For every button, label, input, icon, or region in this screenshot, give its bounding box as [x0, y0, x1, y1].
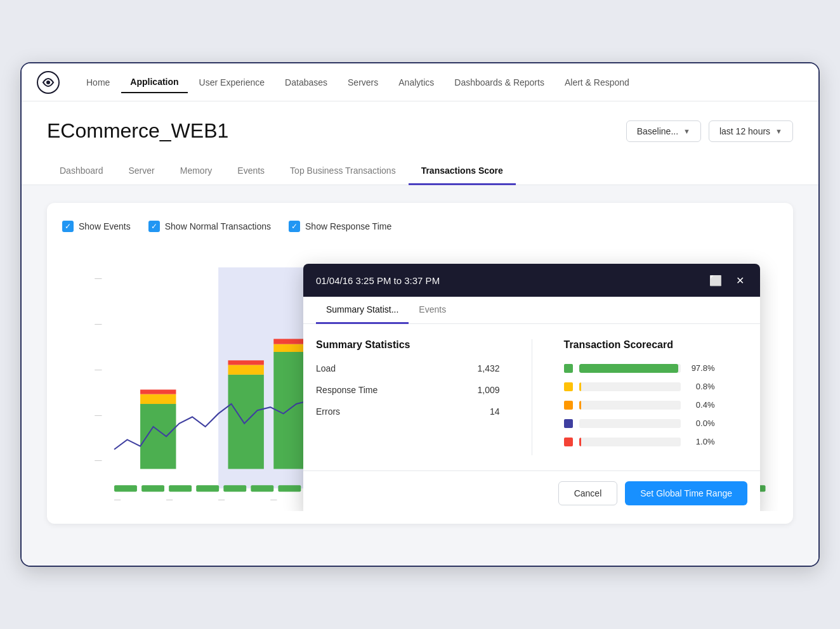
svg-point-1: [46, 81, 50, 84]
svg-text:—: —: [270, 496, 277, 503]
chart-area: — — — — — — — — — — — — — — — —: [62, 245, 778, 511]
nav-dashboards[interactable]: Dashboards & Reports: [445, 72, 553, 93]
scorecard-bar-wrap: [579, 419, 681, 428]
svg-rect-49: [251, 485, 273, 491]
scorecard-color-dot: [564, 419, 573, 428]
set-global-time-range-button[interactable]: Set Global Time Range: [625, 481, 747, 505]
svg-text:—: —: [95, 320, 102, 327]
show-events-checkbox[interactable]: ✓ Show Events: [62, 221, 131, 232]
stat-load-label: Load: [316, 363, 336, 373]
summary-stats-section: Summary Statistics Load 1,432 Response T…: [316, 339, 500, 455]
scorecard-bar-fill: [579, 364, 678, 373]
svg-text:—: —: [95, 456, 102, 464]
cancel-button[interactable]: Cancel: [558, 481, 618, 505]
nav-application[interactable]: Application: [121, 72, 187, 93]
chevron-down-icon: ▼: [775, 127, 782, 135]
svg-rect-25: [228, 360, 263, 365]
stat-response-value: 1,009: [477, 385, 499, 395]
svg-text:—: —: [95, 411, 102, 418]
svg-text:—: —: [95, 274, 102, 282]
checkbox-row: ✓ Show Events ✓ Show Normal Transactions…: [62, 221, 778, 232]
stat-row-errors: Errors 14: [316, 406, 500, 417]
close-icon[interactable]: ✕: [732, 273, 747, 288]
scorecard-color-dot: [564, 364, 573, 373]
scorecard-color-dot: [564, 438, 573, 446]
scorecard-percent: 0.8%: [687, 382, 715, 391]
header-controls: Baseline... ▼ last 12 hours ▼: [626, 120, 793, 142]
tab-transactions-score[interactable]: Transactions Score: [409, 158, 516, 185]
popup: 01/04/16 3:25 PM to 3:37 PM ⬜ ✕ Summary …: [303, 264, 760, 511]
scorecard-bar-fill: [579, 438, 581, 446]
scorecard-bar-wrap: [579, 364, 681, 373]
chevron-down-icon: ▼: [683, 127, 690, 135]
chart-card: ✓ Show Events ✓ Show Normal Transactions…: [47, 203, 793, 524]
svg-rect-45: [141, 485, 164, 491]
show-response-time-checkbox[interactable]: ✓ Show Response Time: [289, 221, 391, 232]
svg-rect-24: [228, 365, 263, 374]
scorecard-row: 0.8%: [564, 382, 748, 391]
svg-rect-21: [140, 394, 176, 404]
svg-rect-20: [140, 404, 176, 469]
nav-alert[interactable]: Alert & Respond: [556, 72, 638, 93]
tab-events[interactable]: Events: [225, 158, 277, 185]
scorecard-row: 0.0%: [564, 418, 748, 428]
scorecard-bar-wrap: [579, 382, 681, 391]
popup-header-icons: ⬜ ✕: [708, 273, 747, 288]
logo-icon: [37, 71, 60, 94]
tab-top-business-transactions[interactable]: Top Business Transactions: [277, 158, 409, 185]
scorecard-bar-fill: [579, 401, 581, 410]
scorecard-rows: 97.8%0.8%0.4%0.0%1.0%: [564, 363, 748, 446]
svg-rect-48: [223, 485, 246, 491]
maximize-icon[interactable]: ⬜: [708, 273, 723, 288]
scorecard-bar-fill: [579, 382, 581, 391]
scorecard-title: Transaction Scorecard: [564, 339, 748, 351]
popup-tab-events[interactable]: Events: [409, 297, 456, 324]
page-title: ECommerce_WEB1: [47, 119, 228, 143]
svg-rect-47: [196, 485, 219, 491]
scorecard-percent: 97.8%: [687, 363, 715, 373]
nav-home[interactable]: Home: [77, 72, 119, 93]
top-nav: Home Application User Experience Databas…: [22, 63, 818, 101]
tabs-row: Dashboard Server Memory Events Top Busin…: [47, 158, 793, 185]
nav-user-experience[interactable]: User Experience: [190, 72, 274, 93]
tab-memory[interactable]: Memory: [167, 158, 225, 185]
popup-header: 01/04/16 3:25 PM to 3:37 PM ⬜ ✕: [303, 264, 760, 297]
scorecard-percent: 0.4%: [687, 400, 715, 410]
main-content: ✓ Show Events ✓ Show Normal Transactions…: [22, 185, 818, 566]
stat-row-response-time: Response Time 1,009: [316, 385, 500, 395]
timerange-dropdown[interactable]: last 12 hours ▼: [709, 120, 793, 142]
stat-load-value: 1,432: [477, 363, 499, 373]
nav-items: Home Application User Experience Databas…: [77, 72, 803, 93]
nav-servers[interactable]: Servers: [339, 72, 387, 93]
popup-tab-summary[interactable]: Summary Statist...: [316, 297, 409, 324]
nav-analytics[interactable]: Analytics: [390, 72, 443, 93]
scorecard-color-dot: [564, 382, 573, 391]
app-container: Home Application User Experience Databas…: [20, 62, 820, 567]
tab-server[interactable]: Server: [116, 158, 167, 185]
popup-body: Summary Statistics Load 1,432 Response T…: [303, 324, 760, 470]
svg-text:—: —: [166, 496, 173, 503]
scorecard-bar-wrap: [579, 401, 681, 410]
tab-dashboard[interactable]: Dashboard: [47, 158, 116, 185]
vertical-divider: [532, 339, 532, 455]
scorecard-color-dot: [564, 401, 573, 410]
svg-rect-46: [169, 485, 192, 491]
scorecard-bar-wrap: [579, 438, 681, 446]
summary-stats-title: Summary Statistics: [316, 339, 500, 351]
page-header: ECommerce_WEB1 Baseline... ▼ last 12 hou…: [22, 101, 818, 185]
page-header-top: ECommerce_WEB1 Baseline... ▼ last 12 hou…: [47, 119, 793, 143]
popup-tabs: Summary Statist... Events: [303, 297, 760, 324]
checkbox-checked-icon: ✓: [62, 221, 74, 232]
scorecard-section: Transaction Scorecard 97.8%0.8%0.4%0.0%1…: [564, 339, 748, 455]
scorecard-row: 1.0%: [564, 437, 748, 446]
nav-databases[interactable]: Databases: [276, 72, 336, 93]
stat-errors-value: 14: [490, 406, 500, 417]
baseline-dropdown[interactable]: Baseline... ▼: [626, 120, 701, 142]
stat-row-load: Load 1,432: [316, 363, 500, 373]
show-normal-transactions-checkbox[interactable]: ✓ Show Normal Transactions: [148, 221, 271, 232]
scorecard-row: 97.8%: [564, 363, 748, 373]
svg-rect-22: [140, 389, 176, 394]
checkbox-checked-icon: ✓: [148, 221, 160, 232]
scorecard-percent: 0.0%: [687, 418, 715, 428]
svg-rect-44: [114, 485, 137, 491]
